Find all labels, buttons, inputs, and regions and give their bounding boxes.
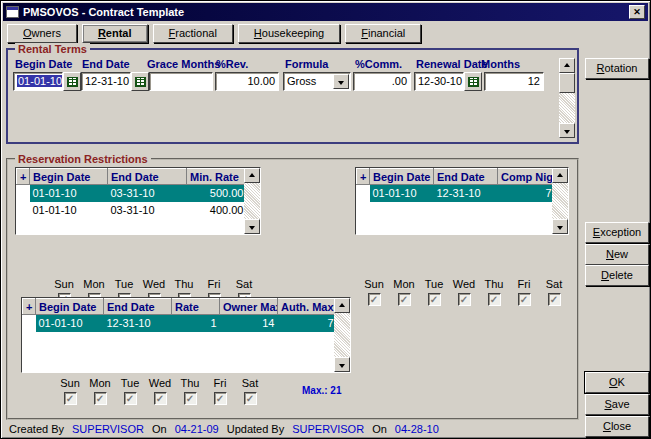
scroll-up-button[interactable]: [552, 168, 568, 183]
window-title: PMSOVOS - Contract Template: [23, 6, 629, 18]
day-label: Thu: [485, 278, 504, 290]
day-label: Tue: [425, 278, 444, 290]
formula-header: Formula: [285, 58, 328, 70]
day-label: Fri: [208, 278, 221, 290]
column-header-rate[interactable]: Rate: [172, 299, 220, 315]
day-label: Tue: [121, 377, 140, 389]
ok-button[interactable]: OK: [585, 372, 649, 393]
table-row[interactable]: 01-01-10 12-31-10 1 14 7: [23, 315, 337, 332]
scroll-down-button[interactable]: [552, 219, 568, 234]
exception-button[interactable]: Exception: [585, 222, 649, 243]
column-header-plus[interactable]: +: [17, 169, 30, 185]
close-window-button[interactable]: Close: [585, 416, 649, 437]
renewal-date-field[interactable]: 12-30-10: [414, 72, 464, 91]
day-checkbox-sat: ✓: [244, 392, 257, 405]
day-checkbox-thu: ✓: [488, 293, 501, 306]
scrollbar-track[interactable]: [244, 183, 260, 219]
day-label: Mon: [83, 278, 104, 290]
column-header-plus[interactable]: +: [23, 299, 36, 315]
created-by-value: SUPERVISOR: [72, 423, 144, 435]
owner-max-table: + Begin Date End Date Rate Owner Max Aut…: [21, 297, 351, 373]
close-button[interactable]: ✕: [629, 5, 645, 19]
tab-financial[interactable]: Financial: [345, 24, 421, 43]
renewal-date-calendar-button[interactable]: [464, 72, 482, 91]
scrollbar-track[interactable]: [559, 93, 575, 123]
formula-select[interactable]: Gross: [283, 72, 351, 91]
min-rate-scrollbar[interactable]: [244, 168, 260, 234]
day-checkbox-wed: ✓: [154, 392, 167, 405]
tab-owners-label: Owners: [23, 25, 61, 42]
end-date-calendar-button[interactable]: [131, 72, 149, 91]
day-label: Tue: [115, 278, 134, 290]
owner-max-scrollbar[interactable]: [334, 298, 350, 372]
titlebar[interactable]: PMSOVOS - Contract Template ✕: [3, 3, 648, 21]
table-row[interactable]: 01-01-10 03-31-10 500.00: [17, 185, 247, 202]
column-header-end[interactable]: End Date: [108, 169, 187, 185]
begin-date-header: Begin Date: [15, 58, 72, 70]
day-checkbox-mon: ✓: [398, 293, 411, 306]
column-header-begin[interactable]: Begin Date: [370, 169, 434, 185]
table-row[interactable]: 01-01-10 12-31-10 7: [357, 185, 555, 202]
day-label: Wed: [149, 377, 171, 389]
rental-terms-title: Rental Terms: [15, 43, 90, 55]
day-checkbox-tue: ✓: [124, 392, 137, 405]
calendar-icon: [67, 77, 78, 87]
comm-field[interactable]: .00: [353, 72, 411, 91]
tab-bar: Owners Rental Fractional Housekeeping Fi…: [7, 24, 421, 43]
scroll-up-button[interactable]: [244, 168, 260, 183]
scroll-up-button[interactable]: [559, 58, 575, 73]
column-header-begin[interactable]: Begin Date: [36, 299, 104, 315]
delete-button[interactable]: Delete: [585, 265, 649, 286]
reservation-restrictions-title: Reservation Restrictions: [15, 153, 151, 165]
tab-owners[interactable]: Owners: [7, 24, 77, 43]
chevron-down-icon: [338, 81, 344, 85]
scrollbar-thumb[interactable]: [559, 73, 575, 93]
min-rate-table: + Begin Date End Date Min. Rate 01-01-10…: [15, 167, 261, 235]
scroll-down-button[interactable]: [334, 357, 350, 372]
column-header-begin[interactable]: Begin Date: [30, 169, 108, 185]
tab-housekeeping[interactable]: Housekeeping: [238, 24, 340, 43]
dropdown-button[interactable]: [333, 74, 349, 89]
check-icon: ✓: [370, 295, 378, 305]
tab-rental[interactable]: Rental: [82, 24, 148, 43]
scroll-down-button[interactable]: [244, 219, 260, 234]
end-date-field[interactable]: 12-31-10: [81, 72, 131, 91]
day-checkbox-sun: ✓: [368, 293, 381, 306]
column-header-plus[interactable]: +: [357, 169, 370, 185]
scroll-down-button[interactable]: [559, 123, 575, 138]
begin-date-calendar-button[interactable]: [63, 72, 81, 91]
scrollbar-track[interactable]: [334, 313, 350, 357]
column-header-end[interactable]: End Date: [434, 169, 498, 185]
day-label: Mon: [393, 278, 414, 290]
column-header-auth-max[interactable]: Auth. Max: [278, 299, 337, 315]
tab-fractional[interactable]: Fractional: [153, 24, 233, 43]
months-header: Months: [481, 58, 520, 70]
months-field[interactable]: 12: [484, 72, 544, 91]
save-button[interactable]: Save: [585, 394, 649, 415]
rev-field[interactable]: 10.00: [215, 72, 279, 91]
app-icon: [6, 6, 19, 18]
column-header-nights[interactable]: Comp Nights: [498, 169, 555, 185]
new-button[interactable]: New: [585, 244, 649, 265]
rental-terms-scrollbar[interactable]: [559, 58, 575, 138]
tab-housekeeping-label: Housekeeping: [254, 25, 324, 42]
close-button-label: Close: [603, 417, 631, 435]
grace-months-field[interactable]: [149, 72, 213, 91]
column-header-rate[interactable]: Min. Rate: [187, 169, 247, 185]
max-total-label: Max.: 21: [302, 385, 341, 396]
grace-months-header: Grace Months: [147, 58, 220, 70]
updated-date: 04-28-10: [395, 423, 439, 435]
rotation-button[interactable]: Rotation: [585, 58, 649, 79]
end-date-header: End Date: [82, 58, 130, 70]
scroll-up-button[interactable]: [334, 298, 350, 313]
column-header-owner-max[interactable]: Owner Max: [220, 299, 278, 315]
column-header-end[interactable]: End Date: [104, 299, 172, 315]
table-row[interactable]: 01-01-10 03-31-10 400.00: [17, 202, 247, 219]
scrollbar-track[interactable]: [552, 183, 568, 219]
day-label: Fri: [214, 377, 227, 389]
begin-date-field[interactable]: 01-01-10: [13, 72, 63, 91]
comp-nights-scrollbar[interactable]: [552, 168, 568, 234]
close-icon: ✕: [633, 7, 641, 17]
arrow-down-icon: [564, 130, 570, 134]
updated-by-value: SUPERVISOR: [292, 423, 364, 435]
